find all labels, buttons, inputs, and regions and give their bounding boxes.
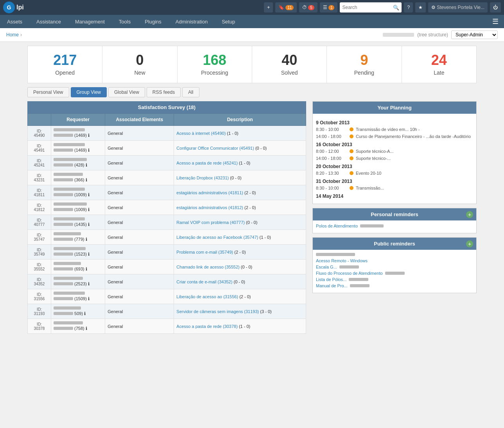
table-row-desc[interactable]: estagiários administrativos (41811) (2 -… (174, 185, 306, 200)
favorites-button[interactable]: ★ (415, 2, 426, 13)
tab-global-view[interactable]: Global View (108, 87, 145, 97)
table-row-desc[interactable]: Acesso a pasta de rede (30378) (1 - 0) (174, 319, 306, 334)
table-row-requester: (1435) ℹ (51, 215, 105, 230)
planning-event[interactable]: 14:00 - 18:00 Suporte técnico-... (316, 156, 473, 161)
col-id (28, 114, 51, 126)
planning-event[interactable]: 8:00 - 12:00 Suporte técnico-A... (316, 149, 473, 154)
table-row-id: ID: 34352 (28, 274, 51, 289)
personal-reminders-header: Personal reminders + (313, 208, 476, 220)
nav-assistance[interactable]: Assistance (29, 15, 68, 28)
stat-processing-label: Processing (181, 70, 248, 76)
tree-label: (tree structure) (417, 32, 448, 38)
table-row-desc[interactable]: Acesso à internet (45490) (1 - 0) (174, 126, 306, 141)
planning-event[interactable]: 8:20 - 13:30 Evento 20-10 (316, 171, 473, 175)
table-row-requester: (693) ℹ (51, 260, 105, 274)
search-input[interactable] (342, 5, 393, 10)
public-reminders-header: Public reminders + (313, 238, 476, 250)
table-row-assoc: General (105, 170, 174, 185)
nav-assets[interactable]: Assets (0, 15, 29, 28)
table-row-requester: (1469) ℹ (51, 126, 105, 141)
table-row-desc[interactable]: Ramal VOIP com problema (40777) (0 - 0) (174, 215, 306, 230)
event-description: Evento 20-10 (356, 171, 381, 175)
table-row-desc[interactable]: Liberação de acesso ao Facebook (35747) … (174, 230, 306, 245)
table-row-assoc: General (105, 185, 174, 200)
table-row-desc[interactable]: Servidor de câmeras sem imagens (31193) … (174, 304, 306, 319)
event-dot (350, 134, 353, 138)
event-time: 14:00 - 18:00 (316, 156, 347, 161)
bookmark-count: 11 (285, 5, 294, 10)
role-select[interactable]: Super-Admin (451, 30, 498, 39)
planning-date: 9 October 2013 (316, 120, 473, 125)
timer-button[interactable]: ⏱ 5 (299, 2, 317, 13)
table-row-assoc: General (105, 289, 174, 304)
public-reminder-item[interactable]: Escala G... (316, 265, 473, 269)
nav-tools[interactable]: Tools (112, 15, 138, 28)
survey-title: Satisfaction Survey (18) (27, 101, 306, 113)
table-row-desc[interactable]: Problema com e-mail (35749) (2 - 0) (174, 245, 306, 260)
bookmark-button[interactable]: 🔖 11 (275, 2, 297, 13)
planning-event[interactable]: 14:00 - 18:00 Curso de Planejamento Fina… (316, 134, 473, 139)
public-reminder-item[interactable]: Manual de Pro... (316, 283, 473, 288)
tab-group-view[interactable]: Group View (71, 87, 107, 97)
planning-event[interactable]: 8:30 - 10:00 Transmissão... (316, 186, 473, 190)
power-button[interactable]: ⏻ (490, 2, 501, 13)
nav-administration[interactable]: Administration (169, 15, 215, 28)
public-reminder-item[interactable]: Lista de Pólos... (316, 277, 473, 282)
table-row-requester: (1509) ℹ (51, 289, 105, 304)
public-reminder-item[interactable]: Fluxo do Processo de Atendimento (316, 271, 473, 276)
table-row-desc[interactable]: estagiários administrativos (41812) (2 -… (174, 200, 306, 215)
tab-personal-view[interactable]: Personal View (27, 87, 69, 97)
table-row-assoc: General (105, 215, 174, 230)
reminder-text: Escala G... (316, 265, 337, 269)
tab-all[interactable]: All (182, 87, 199, 97)
table-row-id: ID: 45491 (28, 141, 51, 156)
list-button[interactable]: ☰ 1 (320, 2, 338, 13)
reminder-blurred (339, 265, 359, 269)
add-button[interactable]: + (264, 2, 273, 13)
table-row-desc[interactable]: Liberação Dropbox (43231) (0 - 0) (174, 170, 306, 185)
stat-processing-number: 168 (181, 53, 248, 67)
event-time: 8:30 - 10:00 (316, 127, 347, 132)
table-row-requester: (779) ℹ (51, 230, 105, 245)
table-row-id: ID: 31556 (28, 289, 51, 304)
add-personal-reminder-btn[interactable]: + (466, 211, 473, 218)
table-row-requester: (428) ℹ (51, 156, 105, 170)
hamburger-menu[interactable]: ☰ (487, 17, 504, 26)
personal-reminders-body: Polos de Atendimento (313, 220, 476, 233)
nav-management[interactable]: Management (68, 15, 112, 28)
reminder-blurred (360, 224, 384, 227)
planning-body: 9 October 2013 8:30 - 10:00 Transmissão … (313, 114, 476, 204)
table-row-desc[interactable]: Acesso a pasta de rede (45241) (1 - 0) (174, 156, 306, 170)
stat-opened: 217 Opened (28, 46, 102, 83)
event-description: Transmissão de vídeo em... 10h - (356, 127, 420, 132)
stat-new-number: 0 (106, 53, 173, 67)
col-desc: Description (174, 114, 306, 126)
table-row-requester: (758) ℹ (51, 319, 105, 334)
add-public-reminder-btn[interactable]: + (466, 240, 473, 247)
table-row-assoc: General (105, 260, 174, 274)
table-row-id: ID: 41811 (28, 185, 51, 200)
planning-event[interactable]: 8:30 - 10:00 Transmissão de vídeo em... … (316, 127, 473, 132)
personal-reminder-item[interactable]: Polos de Atendimento (316, 224, 473, 228)
search-icon[interactable]: 🔍 (393, 5, 399, 11)
tree-structure-area: (tree structure) Super-Admin (383, 30, 498, 39)
list-icon: ☰ (323, 5, 327, 10)
help-button[interactable]: ? (404, 2, 413, 13)
table-row-desc[interactable]: Liberação de acesso ao (31556) (2 - 0) (174, 289, 306, 304)
nav-setup[interactable]: Setup (215, 15, 242, 28)
public-reminder-item[interactable]: Acesso Remoto - Windows (316, 258, 473, 263)
table-row-desc[interactable]: Chamado link de acesso (35552) (0 - 0) (174, 260, 306, 274)
table-row-assoc: General (105, 319, 174, 334)
plus-icon: + (267, 5, 270, 10)
power-icon: ⏻ (493, 5, 498, 10)
settings-button[interactable]: ⚙ Stevenes Portela Vie... (428, 2, 488, 13)
table-row-desc[interactable]: Configurar Office Communicator (45491) (… (174, 141, 306, 156)
nav-plugins[interactable]: Plugins (138, 15, 169, 28)
reminder-text: Fluxo do Processo de Atendimento (316, 271, 383, 276)
logo-text: lpi (16, 4, 24, 11)
table-row-id: ID: 35749 (28, 245, 51, 260)
table-row-desc[interactable]: Criar conta de e-mail (34352) (0 - 0) (174, 274, 306, 289)
breadcrumb-home[interactable]: Home (6, 32, 19, 38)
tab-rss-feeds[interactable]: RSS feeds (147, 87, 181, 97)
right-panel: Your Planning 9 October 2013 8:30 - 10:0… (312, 101, 477, 334)
